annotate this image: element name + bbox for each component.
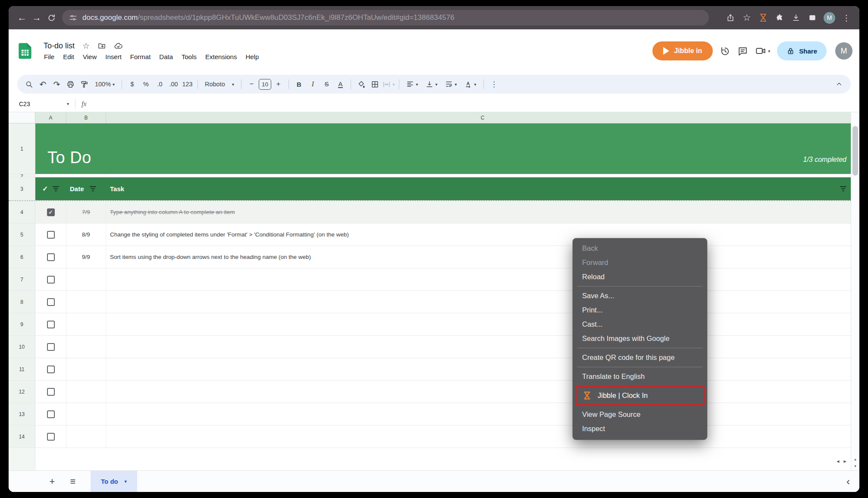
row-number[interactable]: 6 <box>9 246 35 268</box>
checkbox-cell[interactable] <box>35 246 66 268</box>
date-cell[interactable] <box>66 381 106 403</box>
task-cell[interactable] <box>106 358 859 380</box>
date-cell[interactable] <box>66 313 106 335</box>
task-cell[interactable] <box>106 336 859 358</box>
font-select[interactable]: Roboto ▾ <box>201 78 238 91</box>
checkbox-icon[interactable] <box>47 410 55 418</box>
name-box[interactable]: C23 ▾ <box>19 101 69 107</box>
checkbox-cell[interactable] <box>35 291 66 313</box>
meet-video-icon[interactable]: ▾ <box>755 45 770 57</box>
column-header-b[interactable]: B <box>66 112 106 123</box>
context-item-create-qr-code-for-this-page[interactable]: Create QR code for this page <box>573 350 707 365</box>
checkbox-checked-icon[interactable]: ✓ <box>47 208 55 216</box>
filter-icon[interactable] <box>53 186 59 192</box>
context-item-search-images-with-google[interactable]: Search Images with Google <box>573 331 707 346</box>
task-cell[interactable] <box>106 313 859 335</box>
context-item-translate-to-english[interactable]: Translate to English <box>573 369 707 384</box>
zoom-select[interactable]: 100% ▾ <box>91 78 118 91</box>
date-cell[interactable] <box>66 268 106 290</box>
task-cell[interactable] <box>106 426 859 448</box>
menu-file[interactable]: File <box>40 52 58 61</box>
checkbox-icon[interactable] <box>47 253 55 261</box>
column-header-c[interactable]: C <box>106 112 859 123</box>
context-item-inspect[interactable]: Inspect <box>573 422 707 436</box>
menu-view[interactable]: View <box>79 52 100 61</box>
font-size-input[interactable]: 10 <box>259 79 271 90</box>
increase-font-size-button[interactable]: + <box>272 78 285 91</box>
check-header-cell[interactable]: ✓ <box>35 185 66 193</box>
checkbox-cell[interactable]: ✓ <box>35 201 66 223</box>
row-number[interactable]: 10 <box>9 336 35 358</box>
task-cell[interactable]: Type anything into column A to complete … <box>106 201 859 223</box>
scroll-right-icon[interactable]: ▸ <box>843 458 846 464</box>
context-item-print[interactable]: Print... <box>573 303 707 317</box>
format-currency-button[interactable]: $ <box>125 78 139 91</box>
date-cell[interactable] <box>66 403 106 425</box>
checkbox-cell[interactable] <box>35 313 66 335</box>
task-header-cell[interactable]: Task <box>106 185 859 192</box>
date-header-cell[interactable]: Date <box>66 185 106 192</box>
fill-color-icon[interactable] <box>354 78 368 91</box>
redo-icon[interactable]: ↷ <box>50 78 63 91</box>
column-header-a[interactable]: A <box>35 112 66 123</box>
text-rotation-icon[interactable]: ▾ <box>461 78 480 91</box>
checkbox-icon[interactable] <box>47 231 55 239</box>
checkbox-cell[interactable] <box>35 224 66 246</box>
comments-icon[interactable] <box>737 46 748 57</box>
cloud-saved-icon[interactable] <box>114 41 123 50</box>
checkbox-cell[interactable] <box>35 426 66 448</box>
task-cell[interactable] <box>106 268 859 290</box>
vertical-align-icon[interactable]: ▾ <box>422 78 441 91</box>
empty-cell[interactable] <box>35 174 66 177</box>
version-history-icon[interactable] <box>720 46 730 57</box>
menu-data[interactable]: Data <box>155 52 177 61</box>
decrease-font-size-button[interactable]: − <box>245 78 258 91</box>
row-number[interactable]: 13 <box>9 403 35 425</box>
row-number[interactable]: 8 <box>9 291 35 313</box>
text-color-button[interactable]: A <box>334 78 347 91</box>
task-cell[interactable] <box>106 403 859 425</box>
jibble-in-button[interactable]: Jibble in <box>652 41 713 60</box>
scroll-up-icon[interactable]: ▴ <box>851 456 859 463</box>
vertical-scrollbar[interactable]: ▴ ▾ <box>851 112 859 470</box>
more-formats-button[interactable]: 123 <box>181 78 194 91</box>
more-toolbar-kebab-icon[interactable]: ⋮ <box>487 78 501 91</box>
row-number[interactable]: 2 <box>9 174 35 177</box>
menu-insert[interactable]: Insert <box>101 52 125 61</box>
browser-profile-avatar[interactable]: M <box>824 12 835 24</box>
date-cell[interactable]: 9/9 <box>66 246 106 268</box>
download-icon[interactable] <box>789 10 803 25</box>
checkbox-cell[interactable] <box>35 268 66 290</box>
sheets-logo-icon[interactable] <box>16 41 34 60</box>
context-item-save-as[interactable]: Save As... <box>573 289 707 303</box>
increase-decimal-button[interactable]: .00 <box>167 78 180 91</box>
forward-icon[interactable]: → <box>29 10 44 25</box>
bold-button[interactable]: B <box>292 78 306 91</box>
reload-icon[interactable] <box>44 10 59 25</box>
select-all-corner[interactable] <box>9 112 35 123</box>
task-cell[interactable] <box>106 291 859 313</box>
menu-edit[interactable]: Edit <box>59 52 78 61</box>
jibble-extension-icon[interactable] <box>756 10 770 25</box>
move-folder-icon[interactable] <box>97 41 106 50</box>
row-number[interactable]: 3 <box>9 177 35 200</box>
checkbox-cell[interactable] <box>35 381 66 403</box>
italic-button[interactable]: I <box>306 78 320 91</box>
bookmark-star-icon[interactable]: ☆ <box>740 10 754 25</box>
date-cell[interactable] <box>66 291 106 313</box>
text-wrap-icon[interactable]: ▾ <box>442 78 461 91</box>
name-box-caret-icon[interactable]: ▾ <box>67 101 69 106</box>
checkbox-icon[interactable] <box>47 343 55 351</box>
address-bar[interactable]: docs.google.com/spreadsheets/d/1pkpp8GHx… <box>62 10 709 25</box>
context-item-cast[interactable]: Cast... <box>573 317 707 331</box>
format-percent-button[interactable]: % <box>139 78 153 91</box>
date-cell[interactable]: 8/9 <box>66 224 106 246</box>
date-cell[interactable] <box>66 358 106 380</box>
context-item-view-page-source[interactable]: View Page Source <box>573 407 707 422</box>
account-avatar[interactable]: M <box>835 42 852 60</box>
star-document-icon[interactable]: ☆ <box>82 41 90 51</box>
strikethrough-button[interactable]: S <box>320 78 333 91</box>
row-number[interactable]: 1 <box>9 123 35 174</box>
paint-format-icon[interactable] <box>78 78 91 91</box>
checkbox-cell[interactable] <box>35 358 66 380</box>
